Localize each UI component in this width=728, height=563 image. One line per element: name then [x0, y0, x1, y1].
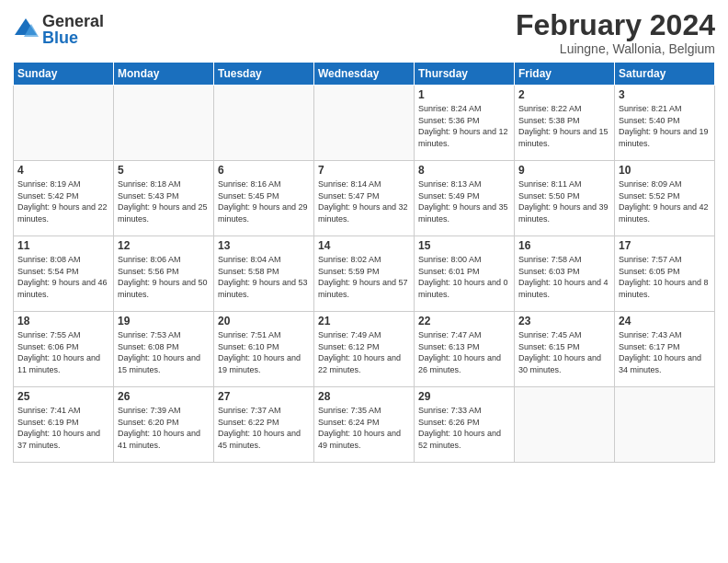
calendar-cell: 8Sunrise: 8:13 AM Sunset: 5:49 PM Daylig…	[415, 161, 515, 236]
calendar-cell: 14Sunrise: 8:02 AM Sunset: 5:59 PM Dayli…	[314, 236, 415, 312]
day-info: Sunrise: 8:24 AM Sunset: 5:36 PM Dayligh…	[418, 103, 510, 149]
header-row: Sunday Monday Tuesday Wednesday Thursday…	[14, 63, 715, 86]
day-info: Sunrise: 8:00 AM Sunset: 6:01 PM Dayligh…	[418, 254, 510, 300]
location: Luingne, Wallonia, Belgium	[516, 41, 715, 56]
col-friday: Friday	[515, 63, 615, 86]
day-info: Sunrise: 7:41 AM Sunset: 6:19 PM Dayligh…	[17, 405, 109, 451]
calendar-cell: 26Sunrise: 7:39 AM Sunset: 6:20 PM Dayli…	[114, 387, 214, 463]
calendar-week-1: 4Sunrise: 8:19 AM Sunset: 5:42 PM Daylig…	[14, 161, 715, 236]
calendar-cell: 7Sunrise: 8:14 AM Sunset: 5:47 PM Daylig…	[314, 161, 415, 236]
calendar-cell	[515, 387, 615, 463]
calendar-cell: 19Sunrise: 7:53 AM Sunset: 6:08 PM Dayli…	[114, 312, 214, 387]
day-info: Sunrise: 8:06 AM Sunset: 5:56 PM Dayligh…	[118, 254, 210, 300]
day-number: 10	[619, 164, 711, 177]
day-number: 14	[318, 239, 410, 252]
calendar-cell: 1Sunrise: 8:24 AM Sunset: 5:36 PM Daylig…	[415, 86, 515, 161]
day-info: Sunrise: 8:04 AM Sunset: 5:58 PM Dayligh…	[218, 254, 310, 300]
col-sunday: Sunday	[14, 63, 114, 86]
calendar-cell: 13Sunrise: 8:04 AM Sunset: 5:58 PM Dayli…	[214, 236, 314, 312]
calendar-cell: 4Sunrise: 8:19 AM Sunset: 5:42 PM Daylig…	[14, 161, 114, 236]
calendar-cell	[14, 86, 114, 161]
calendar-cell: 27Sunrise: 7:37 AM Sunset: 6:22 PM Dayli…	[214, 387, 314, 463]
day-info: Sunrise: 8:02 AM Sunset: 5:59 PM Dayligh…	[318, 254, 410, 300]
calendar-cell: 22Sunrise: 7:47 AM Sunset: 6:13 PM Dayli…	[415, 312, 515, 387]
day-number: 26	[118, 390, 210, 403]
calendar-cell: 5Sunrise: 8:18 AM Sunset: 5:43 PM Daylig…	[114, 161, 214, 236]
day-info: Sunrise: 8:18 AM Sunset: 5:43 PM Dayligh…	[118, 178, 210, 224]
calendar-page: General Blue February 2024 Luingne, Wall…	[0, 0, 728, 563]
month-title: February 2024	[516, 9, 715, 41]
day-info: Sunrise: 8:21 AM Sunset: 5:40 PM Dayligh…	[619, 103, 711, 149]
day-info: Sunrise: 8:16 AM Sunset: 5:45 PM Dayligh…	[218, 178, 310, 224]
calendar-cell	[615, 387, 715, 463]
calendar-cell: 25Sunrise: 7:41 AM Sunset: 6:19 PM Dayli…	[14, 387, 114, 463]
day-info: Sunrise: 7:39 AM Sunset: 6:20 PM Dayligh…	[118, 405, 210, 451]
calendar-cell: 2Sunrise: 8:22 AM Sunset: 5:38 PM Daylig…	[515, 86, 615, 161]
day-number: 4	[17, 164, 109, 177]
day-info: Sunrise: 8:11 AM Sunset: 5:50 PM Dayligh…	[518, 178, 610, 224]
calendar-week-0: 1Sunrise: 8:24 AM Sunset: 5:36 PM Daylig…	[14, 86, 715, 161]
day-info: Sunrise: 8:08 AM Sunset: 5:54 PM Dayligh…	[17, 254, 109, 300]
day-number: 11	[17, 239, 109, 252]
day-number: 6	[218, 164, 310, 177]
day-number: 9	[518, 164, 610, 177]
col-saturday: Saturday	[615, 63, 715, 86]
calendar-cell	[214, 86, 314, 161]
calendar-cell	[314, 86, 415, 161]
calendar-cell: 16Sunrise: 7:58 AM Sunset: 6:03 PM Dayli…	[515, 236, 615, 312]
calendar-cell: 29Sunrise: 7:33 AM Sunset: 6:26 PM Dayli…	[415, 387, 515, 463]
day-info: Sunrise: 7:49 AM Sunset: 6:12 PM Dayligh…	[318, 329, 410, 375]
logo-blue-text: Blue	[42, 29, 104, 46]
day-number: 18	[17, 315, 109, 327]
calendar-cell: 12Sunrise: 8:06 AM Sunset: 5:56 PM Dayli…	[114, 236, 214, 312]
day-number: 24	[619, 315, 711, 327]
header-right: February 2024 Luingne, Wallonia, Belgium	[516, 9, 715, 56]
day-number: 22	[418, 315, 510, 327]
logo-icon	[13, 17, 39, 42]
calendar-cell: 9Sunrise: 8:11 AM Sunset: 5:50 PM Daylig…	[515, 161, 615, 236]
calendar-cell: 10Sunrise: 8:09 AM Sunset: 5:52 PM Dayli…	[615, 161, 715, 236]
day-info: Sunrise: 8:14 AM Sunset: 5:47 PM Dayligh…	[318, 178, 410, 224]
day-number: 27	[218, 390, 310, 403]
day-number: 17	[619, 239, 711, 252]
calendar-cell: 21Sunrise: 7:49 AM Sunset: 6:12 PM Dayli…	[314, 312, 415, 387]
day-number: 7	[318, 164, 410, 177]
day-number: 1	[418, 88, 510, 101]
calendar-cell: 6Sunrise: 8:16 AM Sunset: 5:45 PM Daylig…	[214, 161, 314, 236]
calendar-cell: 23Sunrise: 7:45 AM Sunset: 6:15 PM Dayli…	[515, 312, 615, 387]
day-info: Sunrise: 7:53 AM Sunset: 6:08 PM Dayligh…	[118, 329, 210, 375]
day-info: Sunrise: 8:22 AM Sunset: 5:38 PM Dayligh…	[518, 103, 610, 149]
day-number: 19	[118, 315, 210, 327]
day-info: Sunrise: 7:33 AM Sunset: 6:26 PM Dayligh…	[418, 405, 510, 451]
col-monday: Monday	[114, 63, 214, 86]
calendar-week-3: 18Sunrise: 7:55 AM Sunset: 6:06 PM Dayli…	[14, 312, 715, 387]
calendar-cell: 24Sunrise: 7:43 AM Sunset: 6:17 PM Dayli…	[615, 312, 715, 387]
day-info: Sunrise: 7:57 AM Sunset: 6:05 PM Dayligh…	[619, 254, 711, 300]
day-info: Sunrise: 7:43 AM Sunset: 6:17 PM Dayligh…	[619, 329, 711, 375]
col-thursday: Thursday	[415, 63, 515, 86]
day-number: 16	[518, 239, 610, 252]
calendar-table: Sunday Monday Tuesday Wednesday Thursday…	[13, 62, 715, 463]
day-number: 28	[318, 390, 410, 403]
day-number: 20	[218, 315, 310, 327]
day-number: 12	[118, 239, 210, 252]
calendar-cell: 28Sunrise: 7:35 AM Sunset: 6:24 PM Dayli…	[314, 387, 415, 463]
calendar-cell: 11Sunrise: 8:08 AM Sunset: 5:54 PM Dayli…	[14, 236, 114, 312]
day-number: 13	[218, 239, 310, 252]
day-number: 23	[518, 315, 610, 327]
day-number: 3	[619, 88, 711, 101]
day-info: Sunrise: 7:55 AM Sunset: 6:06 PM Dayligh…	[17, 329, 109, 375]
col-tuesday: Tuesday	[214, 63, 314, 86]
day-info: Sunrise: 7:45 AM Sunset: 6:15 PM Dayligh…	[518, 329, 610, 375]
day-number: 15	[418, 239, 510, 252]
day-number: 21	[318, 315, 410, 327]
header: General Blue February 2024 Luingne, Wall…	[13, 9, 715, 56]
day-number: 8	[418, 164, 510, 177]
calendar-week-2: 11Sunrise: 8:08 AM Sunset: 5:54 PM Dayli…	[14, 236, 715, 312]
logo: General Blue	[13, 13, 104, 46]
calendar-cell	[114, 86, 214, 161]
day-info: Sunrise: 7:47 AM Sunset: 6:13 PM Dayligh…	[418, 329, 510, 375]
day-info: Sunrise: 8:13 AM Sunset: 5:49 PM Dayligh…	[418, 178, 510, 224]
day-info: Sunrise: 8:09 AM Sunset: 5:52 PM Dayligh…	[619, 178, 711, 224]
day-number: 25	[17, 390, 109, 403]
